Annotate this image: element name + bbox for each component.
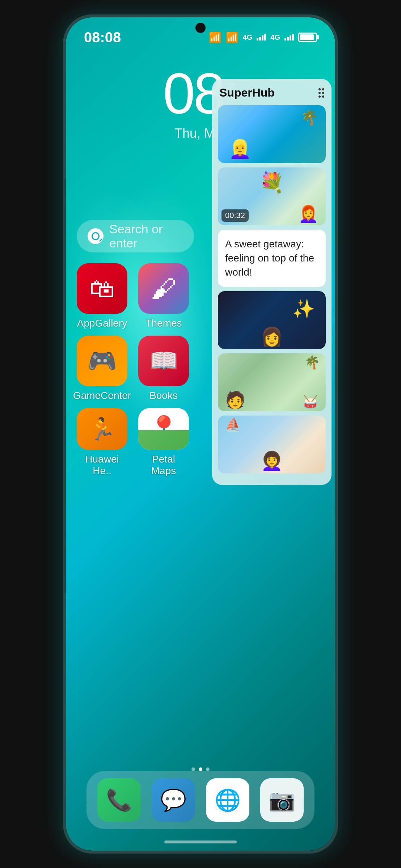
app-item-themes[interactable]: 🖌 Themes: [138, 263, 189, 332]
app-item-appgallery[interactable]: 🛍 AppGallery: [77, 263, 127, 332]
health-label: Huawei He..: [77, 454, 127, 477]
appgallery-label: AppGallery: [77, 318, 127, 329]
bluetooth-icon: 📶: [209, 31, 221, 43]
app-item-petal[interactable]: 📍 Petal Maps: [138, 408, 189, 477]
superhub-menu-button[interactable]: [318, 88, 324, 98]
dock-messages[interactable]: 💬: [152, 778, 195, 822]
superhub-item-3[interactable]: [218, 291, 326, 349]
page-dot: [206, 767, 210, 771]
search-icon: [88, 228, 104, 244]
petal-icon: 📍: [138, 408, 189, 450]
menu-dot: [318, 92, 321, 94]
network-tag-2: 4G: [270, 33, 280, 42]
superhub-text: A sweet getaway: feeling on top of the w…: [225, 238, 314, 278]
dock: 📞 💬 🌐 📷: [86, 771, 315, 829]
superhub-photo-4: 🧑: [218, 353, 326, 411]
superhub-item-2[interactable]: 00:32: [218, 167, 326, 225]
books-icon: 📖: [138, 336, 189, 386]
themes-label: Themes: [145, 318, 182, 329]
app-item-gamecenter[interactable]: 🎮 GameCenter: [77, 336, 127, 404]
home-indicator: [164, 841, 237, 843]
page-indicator: [191, 767, 210, 771]
phone-frame: 08:08 📶 📶 4G 4G: [63, 14, 338, 854]
page-dot-active: [199, 767, 202, 771]
battery-icon: [298, 33, 317, 42]
superhub-photo-5: [218, 416, 326, 473]
superhub-title: SuperHub: [219, 86, 275, 99]
gamecenter-label: GameCenter: [73, 390, 131, 401]
books-label: Books: [149, 390, 178, 401]
superhub-photo-1: [218, 105, 326, 163]
menu-dot: [322, 88, 324, 90]
appgallery-icon: 🛍: [77, 263, 127, 314]
dock-browser[interactable]: 🌐: [206, 778, 249, 822]
superhub-panel[interactable]: SuperHub 00:32 A: [212, 79, 332, 485]
network-tag-1: 4G: [243, 33, 253, 42]
wifi-icon: 📶: [226, 31, 239, 43]
superhub-item-4[interactable]: 🧑: [218, 353, 326, 411]
status-icons: 📶 📶 4G 4G: [209, 31, 317, 43]
superhub-item-5[interactable]: [218, 416, 326, 473]
petal-label: Petal Maps: [138, 454, 189, 477]
app-item-books[interactable]: 📖 Books: [138, 336, 189, 404]
camera-notch: [195, 23, 206, 33]
gamecenter-icon: 🎮: [77, 336, 127, 386]
menu-dot: [318, 95, 321, 98]
signal-bars-1: [257, 34, 266, 41]
dock-phone[interactable]: 📞: [97, 778, 141, 822]
superhub-item-1[interactable]: [218, 105, 326, 163]
video-timestamp: 00:32: [221, 209, 249, 222]
superhub-text-card[interactable]: A sweet getaway: feeling on top of the w…: [218, 230, 326, 287]
page-dot: [191, 767, 195, 771]
superhub-header: SuperHub: [218, 86, 326, 99]
phone-screen: 08:08 📶 📶 4G 4G: [66, 17, 335, 851]
status-bar: 08:08 📶 📶 4G 4G: [66, 17, 335, 50]
app-grid: 🛍 AppGallery 🖌 Themes 🎮 GameCenter: [77, 263, 194, 477]
menu-dot: [322, 92, 324, 94]
themes-icon: 🖌: [138, 263, 189, 314]
search-magnifier: [92, 232, 100, 240]
search-placeholder: Search or enter: [109, 222, 183, 250]
app-item-health[interactable]: 🏃 Huawei He..: [77, 408, 127, 477]
menu-dot: [318, 88, 321, 90]
health-icon: 🏃: [77, 408, 127, 450]
signal-bars-2: [284, 34, 294, 41]
status-time: 08:08: [84, 29, 121, 46]
search-bar[interactable]: Search or enter: [77, 220, 194, 252]
menu-dot: [322, 95, 324, 98]
dock-camera[interactable]: 📷: [260, 778, 304, 822]
superhub-photo-3: [218, 291, 326, 349]
